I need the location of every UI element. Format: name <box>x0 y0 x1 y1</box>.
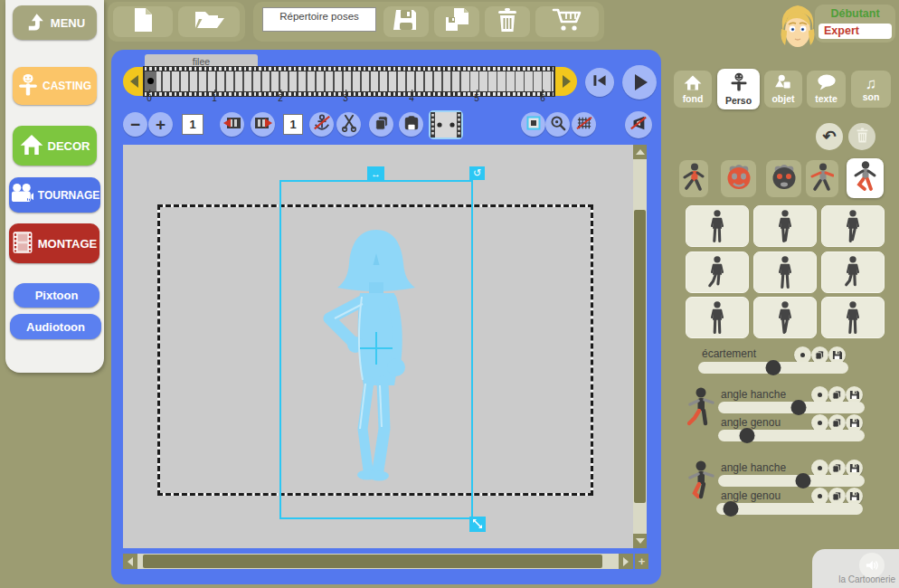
magnifier-icon <box>550 115 566 135</box>
sidebar-item-menu[interactable]: MENU <box>13 5 97 40</box>
pose-cell[interactable] <box>686 251 749 293</box>
category-face-dark[interactable] <box>766 160 801 197</box>
pose-cell[interactable] <box>686 297 749 338</box>
category-arms-pose[interactable] <box>806 160 838 197</box>
pose-cell[interactable] <box>686 205 749 247</box>
new-document-icon <box>131 6 155 37</box>
film-strip-icon <box>12 231 33 257</box>
announce-muted-button[interactable] <box>625 111 652 138</box>
announce-muted-icon <box>629 114 648 136</box>
pose-cell[interactable] <box>753 297 817 338</box>
undo-button[interactable]: ↶ <box>816 123 843 150</box>
house-icon <box>20 133 43 159</box>
scissors-button[interactable] <box>336 112 361 137</box>
tab-fond[interactable]: fond <box>674 71 712 108</box>
ruler-number: 0 <box>147 93 152 103</box>
sidebar-item-decor[interactable]: DECOR <box>13 126 97 166</box>
arrow-up-icon <box>636 149 645 155</box>
scroll-right-button[interactable] <box>619 554 633 569</box>
sidebar-item-montage[interactable]: MONTAGE <box>9 223 99 263</box>
pose-cell[interactable] <box>753 251 817 293</box>
sidebar: MENU CASTING DECOR TOURNAGE MONTAGE Pixt… <box>5 0 104 373</box>
face-dark-icon <box>770 163 799 195</box>
grid-off-button[interactable] <box>572 112 596 137</box>
copy-icon <box>832 460 842 477</box>
new-document-button[interactable] <box>113 6 173 37</box>
front-hanche-slider-knob[interactable] <box>791 400 807 415</box>
play-button[interactable] <box>622 65 657 100</box>
insert-frame-right-button[interactable] <box>251 112 275 137</box>
shapes-icon <box>774 74 792 92</box>
zoom-in-frames-button[interactable]: + <box>148 112 173 137</box>
timeline-film-strip[interactable] <box>143 66 555 97</box>
scroll-left-button[interactable] <box>123 554 137 569</box>
cart-button[interactable] <box>535 6 599 37</box>
pose-cell[interactable] <box>821 205 885 247</box>
category-face-happy[interactable] <box>721 160 756 197</box>
sidebar-item-label: MENU <box>51 16 85 30</box>
timeline-frames <box>145 71 554 91</box>
back-hanche-slider-knob[interactable] <box>795 473 810 488</box>
sidebar-item-tournage[interactable]: TOURNAGE <box>9 177 100 213</box>
sidebar-item-casting[interactable]: CASTING <box>13 67 97 105</box>
pose-cell[interactable] <box>753 205 817 247</box>
front-genou-slider-knob[interactable] <box>740 428 755 443</box>
trash-icon <box>856 128 869 147</box>
trash-button[interactable] <box>485 6 530 37</box>
category-body-pose[interactable] <box>679 160 708 197</box>
timeline-playhead[interactable] <box>147 78 154 84</box>
back-hanche-slider[interactable] <box>718 475 865 487</box>
pose-cell[interactable] <box>821 251 885 293</box>
sidebar-item-pixtoon[interactable]: Pixtoon <box>14 283 99 308</box>
sidebar-item-audiotoon[interactable]: Audiotoon <box>10 314 101 339</box>
play-icon <box>635 74 648 90</box>
selection-box[interactable] <box>279 180 473 519</box>
copy-button[interactable] <box>369 112 393 137</box>
horizontal-scrollbar[interactable] <box>123 554 633 569</box>
speaker-icon <box>865 559 879 572</box>
scroll-down-button[interactable] <box>633 534 647 548</box>
frame-count-box-a[interactable]: 1 <box>182 114 203 135</box>
back-genou-slider[interactable] <box>716 503 863 515</box>
save-button[interactable] <box>383 6 429 37</box>
back-genou-slider-knob[interactable] <box>724 501 739 517</box>
timeline-scroll-left-button[interactable] <box>123 67 145 96</box>
open-folder-button[interactable] <box>178 6 240 37</box>
tab-objet[interactable]: objet <box>764 71 802 108</box>
repertoire-poses-box[interactable]: Répertoire poses <box>262 7 376 32</box>
zoom-out-frames-button[interactable]: − <box>123 112 147 137</box>
front-genou-slider[interactable] <box>718 430 865 441</box>
duplicate-button[interactable] <box>434 6 479 37</box>
level-expert[interactable]: Expert <box>819 24 892 39</box>
category-legs-pose[interactable] <box>847 158 884 198</box>
frame-preview-button[interactable] <box>429 110 463 139</box>
user-avatar[interactable] <box>776 2 819 55</box>
vertical-scroll-thumb[interactable] <box>634 210 646 503</box>
tab-texte[interactable]: texte <box>807 71 846 108</box>
arms-pose-icon <box>810 163 834 195</box>
delete-pose-button[interactable] <box>848 123 875 150</box>
level-debutant[interactable]: Débutant <box>815 7 895 20</box>
arrow-left-icon <box>128 557 133 566</box>
pose-cell[interactable] <box>821 297 885 338</box>
rotate-handle[interactable]: ↺ <box>469 166 485 180</box>
frame-count-box-b[interactable]: 1 <box>283 114 303 135</box>
vertical-scrollbar[interactable] <box>633 145 647 548</box>
tab-son[interactable]: ♫ son <box>851 71 891 108</box>
canvas-zoom-plus-button[interactable]: + <box>635 554 648 569</box>
scroll-up-button[interactable] <box>633 145 647 159</box>
dot-icon <box>818 466 822 470</box>
horizontal-scroll-thumb[interactable] <box>143 555 602 568</box>
magnifier-button[interactable] <box>545 112 570 137</box>
insert-frame-left-button[interactable] <box>220 112 244 137</box>
resize-handle[interactable] <box>469 517 486 532</box>
ecartement-slider-knob[interactable] <box>766 360 781 375</box>
paste-button[interactable] <box>399 112 423 137</box>
skip-to-start-button[interactable] <box>585 68 614 97</box>
flip-horizontal-handle[interactable]: ↔ <box>367 166 384 180</box>
ecartement-slider[interactable] <box>698 362 848 374</box>
front-hanche-slider[interactable] <box>718 402 865 413</box>
tab-perso[interactable]: Perso <box>717 69 760 109</box>
anchor-off-button[interactable] <box>309 112 334 137</box>
select-region-button[interactable] <box>521 112 545 137</box>
